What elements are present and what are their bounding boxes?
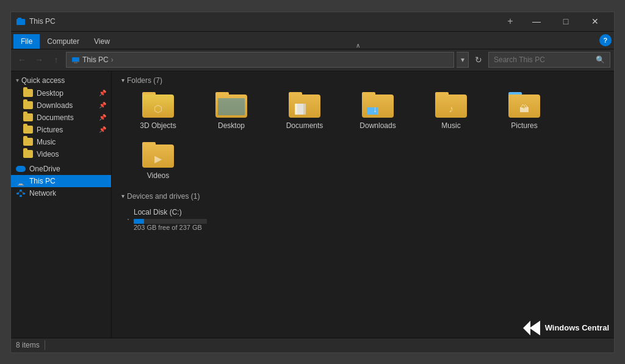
- 3d-objects-icon: ⬡: [142, 92, 174, 118]
- downloads-folder-icon: [23, 101, 33, 109]
- pictures-folder-icon: [23, 126, 33, 134]
- svg-rect-7: [18, 185, 24, 185]
- drive-c-progress: [134, 219, 207, 224]
- drive-c-icon: [128, 209, 129, 230]
- watermark-text: Windows Central: [545, 323, 609, 332]
- sidebar-item-downloads[interactable]: Downloads 📌: [11, 99, 111, 112]
- sidebar-desktop-label: Desktop: [37, 89, 63, 98]
- close-button[interactable]: ✕: [581, 12, 609, 31]
- sidebar-documents-label: Documents: [37, 113, 74, 122]
- svg-line-13: [21, 191, 24, 193]
- svg-line-12: [18, 191, 21, 193]
- quick-access-chevron: ▾: [16, 77, 19, 84]
- sidebar-quick-access-header[interactable]: ▾ Quick access: [11, 74, 111, 87]
- videos-label: Videos: [147, 171, 169, 180]
- svg-rect-5: [16, 178, 25, 184]
- sidebar-item-desktop[interactable]: Desktop 📌: [11, 87, 111, 99]
- drive-c-label: Local Disk (C:): [134, 208, 207, 216]
- refresh-button[interactable]: ↻: [471, 52, 486, 67]
- this-pc-path-icon: [71, 55, 80, 64]
- ribbon-expand-button[interactable]: ∧: [351, 42, 365, 49]
- onedrive-icon: [16, 166, 26, 172]
- new-tab-button[interactable]: +: [503, 14, 518, 29]
- status-bar: 8 items: [11, 338, 614, 352]
- status-item-count: 8 items: [16, 341, 40, 349]
- desktop-folder-icon: [23, 89, 33, 97]
- drive-c[interactable]: Local Disk (C:) 203 GB free of 237 GB: [128, 208, 207, 231]
- folder-desktop[interactable]: Desktop: [201, 92, 262, 130]
- address-path[interactable]: This PC ›: [66, 52, 454, 68]
- folder-3d-objects[interactable]: ⬡ 3D Objects: [128, 92, 189, 130]
- svg-rect-11: [20, 195, 22, 197]
- sidebar-item-onedrive[interactable]: OneDrive: [11, 163, 111, 175]
- sidebar-item-videos[interactable]: Videos: [11, 148, 111, 160]
- folders-section-header[interactable]: ▾ Folders (7): [121, 76, 604, 85]
- search-box[interactable]: 🔍: [488, 52, 610, 68]
- back-button[interactable]: ←: [15, 52, 29, 67]
- pin-icon-pictures: 📌: [99, 126, 106, 133]
- drives-grid: Local Disk (C:) 203 GB free of 237 GB: [121, 208, 604, 231]
- minimize-button[interactable]: —: [522, 12, 551, 31]
- watermark: Windows Central: [523, 321, 609, 335]
- sidebar-item-network[interactable]: Network: [11, 187, 111, 199]
- drive-c-info: Local Disk (C:) 203 GB free of 237 GB: [134, 208, 207, 231]
- path-dropdown-button[interactable]: ▾: [457, 52, 469, 68]
- quick-access-label: Quick access: [21, 76, 65, 85]
- sidebar-item-music[interactable]: Music: [11, 136, 111, 148]
- path-separator: ›: [111, 55, 114, 64]
- sidebar-network-label: Network: [29, 189, 56, 198]
- svg-rect-0: [16, 19, 25, 25]
- network-icon: [16, 189, 26, 198]
- tab-file[interactable]: File: [13, 34, 40, 49]
- svg-rect-10: [23, 193, 25, 194]
- ribbon-tabs: File Computer View ∧ ?: [11, 32, 614, 49]
- pin-icon-documents: 📌: [99, 114, 106, 121]
- this-pc-icon: [16, 177, 26, 185]
- up-button[interactable]: ↑: [49, 52, 63, 67]
- title-bar: This PC + — □ ✕: [11, 12, 614, 32]
- folder-music[interactable]: ♪ Music: [421, 92, 482, 130]
- search-icon: 🔍: [596, 55, 605, 64]
- videos-folder-icon: [23, 150, 33, 158]
- downloads-label: Downloads: [359, 121, 396, 130]
- tab-computer[interactable]: Computer: [40, 34, 87, 49]
- drives-header-label: Devices and drives (1): [127, 192, 200, 201]
- videos-icon: ▶: [142, 142, 174, 168]
- music-label: Music: [441, 121, 460, 130]
- 3d-objects-label: 3D Objects: [140, 121, 176, 130]
- svg-rect-2: [72, 57, 79, 62]
- drive-c-icon-container: Local Disk (C:) 203 GB free of 237 GB: [128, 208, 207, 231]
- folders-grid: ⬡ 3D Objects Desktop: [121, 92, 604, 180]
- pictures-label: Pictures: [511, 121, 537, 130]
- sidebar-onedrive-label: OneDrive: [29, 165, 60, 173]
- maximize-button[interactable]: □: [552, 12, 580, 31]
- svg-rect-1: [18, 18, 21, 20]
- folder-documents[interactable]: Documents: [274, 92, 335, 130]
- sidebar-this-pc-label: This PC: [29, 177, 56, 185]
- help-button[interactable]: ?: [599, 34, 612, 46]
- folders-header-label: Folders (7): [127, 76, 162, 85]
- sidebar-item-documents[interactable]: Documents 📌: [11, 112, 111, 124]
- drive-c-free-text: 203 GB free of 237 GB: [134, 224, 207, 231]
- search-input[interactable]: [494, 55, 593, 64]
- desktop-icon: [215, 92, 247, 118]
- svg-rect-8: [20, 190, 22, 191]
- pin-icon-downloads: 📌: [99, 102, 106, 109]
- forward-button[interactable]: →: [32, 52, 46, 67]
- sidebar-item-pictures[interactable]: Pictures 📌: [11, 124, 111, 136]
- folder-downloads[interactable]: ↓ Downloads: [347, 92, 408, 130]
- explorer-window: This PC + — □ ✕ File Computer View ∧ ? ←…: [10, 12, 615, 353]
- address-bar: ← → ↑ This PC › ▾ ↻ 🔍: [11, 49, 614, 71]
- svg-marker-21: [523, 321, 540, 335]
- drives-section-header[interactable]: ▾ Devices and drives (1): [121, 192, 604, 201]
- sidebar-item-this-pc[interactable]: This PC: [11, 175, 111, 187]
- documents-label: Documents: [286, 121, 323, 130]
- sidebar: ▾ Quick access Desktop 📌 Downloads 📌 Doc…: [11, 71, 112, 338]
- status-divider: [45, 340, 45, 350]
- sidebar-music-label: Music: [37, 138, 56, 146]
- sidebar-downloads-label: Downloads: [37, 101, 73, 110]
- folder-videos[interactable]: ▶ Videos: [128, 142, 189, 180]
- svg-rect-9: [16, 193, 19, 194]
- folder-pictures[interactable]: 🏔 Pictures: [494, 92, 555, 130]
- tab-view[interactable]: View: [87, 34, 117, 49]
